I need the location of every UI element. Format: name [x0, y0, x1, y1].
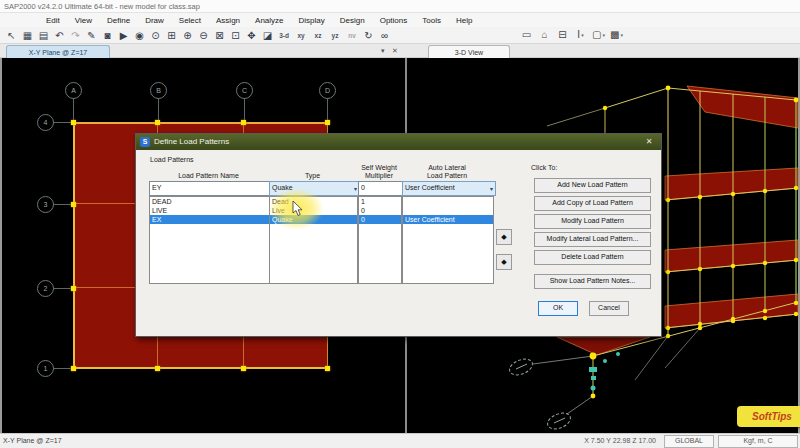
list-item[interactable]: Dead: [270, 197, 357, 206]
list-item[interactable]: DEAD: [150, 197, 269, 206]
self-weight-multiplier-input[interactable]: 0: [358, 181, 404, 196]
header-auto-lateral-2: Load Pattern: [402, 172, 492, 180]
cancel-button[interactable]: Cancel: [589, 301, 629, 316]
grid-bubble-c: C: [236, 82, 253, 99]
dropdown-caret-icon: ▾: [602, 32, 605, 38]
joint-dot[interactable]: [71, 366, 76, 371]
menu-options[interactable]: Options: [379, 16, 409, 25]
joint-dot[interactable]: [71, 120, 76, 125]
save-icon[interactable]: ▦: [21, 29, 34, 42]
view-xz-button[interactable]: xz: [311, 29, 325, 42]
list-item[interactable]: [403, 197, 493, 206]
snap-line-icon[interactable]: ⊙: [149, 29, 162, 42]
print-icon[interactable]: ▤: [37, 29, 50, 42]
sap2000-window: SAP2000 v24.2.0 Ultimate 64-bit - new mo…: [0, 0, 800, 448]
list-item-selected[interactable]: Quake: [270, 215, 357, 224]
load-pattern-name-input[interactable]: EY: [149, 181, 272, 196]
draw-quad-icon[interactable]: ⌂: [538, 28, 551, 41]
coordinate-system-dropdown[interactable]: GLOBAL: [664, 435, 714, 448]
move-down-button[interactable]: ◆: [496, 254, 512, 270]
menu-define[interactable]: Define: [106, 16, 131, 25]
units-dropdown[interactable]: Kgf, m, C: [718, 435, 798, 448]
list-item-selected[interactable]: User Coefficient: [403, 215, 493, 224]
header-load-pattern-name: Load Pattern Name: [149, 172, 268, 180]
load-patterns-group-label: Load Patterns: [150, 156, 194, 163]
ok-button[interactable]: OK: [538, 301, 578, 316]
run-analysis-icon[interactable]: ▶: [117, 29, 130, 42]
undo-icon[interactable]: ↶: [53, 29, 66, 42]
joint-dot[interactable]: [241, 366, 246, 371]
show-options-icon[interactable]: ∞: [378, 29, 391, 42]
frame-section-icon[interactable]: I▾: [574, 28, 587, 41]
list-item[interactable]: 0: [359, 206, 401, 215]
joint-dot[interactable]: [155, 120, 160, 125]
tab-xy-plane[interactable]: X-Y Plane @ Z=17: [6, 45, 110, 59]
load-type-combo[interactable]: Quake▾: [269, 181, 360, 196]
menu-select[interactable]: Select: [178, 16, 202, 25]
delete-load-pattern-button[interactable]: Delete Load Pattern: [534, 250, 651, 265]
joint-dot[interactable]: [325, 120, 330, 125]
view-xy-button[interactable]: xy: [294, 29, 308, 42]
type-list[interactable]: Dead Live Quake: [269, 196, 358, 284]
list-item-selected[interactable]: EX: [150, 215, 269, 224]
zoom-in-icon[interactable]: ⊕: [181, 29, 194, 42]
multiplier-list[interactable]: 1 0 0: [358, 196, 402, 284]
add-copy-of-load-pattern-button[interactable]: Add Copy of Load Pattern: [534, 196, 651, 211]
joint-dot[interactable]: [325, 366, 330, 371]
draw-toolbar: ▭ ⌂ ⊟ I▾ ▢▾ ▩▾: [520, 28, 623, 41]
area-section-icon[interactable]: ▢▾: [592, 28, 605, 41]
zoom-out-icon[interactable]: ⊖: [197, 29, 210, 42]
list-item[interactable]: [403, 206, 493, 215]
show-load-pattern-notes-button[interactable]: Show Load Pattern Notes...: [534, 274, 651, 289]
menu-view[interactable]: View: [74, 16, 93, 25]
menu-assign[interactable]: Assign: [215, 16, 241, 25]
grid-bubble-3d: [507, 356, 572, 432]
menu-edit[interactable]: Edit: [45, 16, 61, 25]
pointer-icon[interactable]: ↖: [5, 29, 18, 42]
menu-help[interactable]: Help: [455, 16, 473, 25]
tab-3d-view[interactable]: 3-D View: [428, 45, 510, 59]
dialog-close-icon[interactable]: ✕: [642, 134, 656, 150]
snap-point-icon[interactable]: ◉: [133, 29, 146, 42]
add-new-load-pattern-button[interactable]: Add New Load Pattern: [534, 178, 651, 193]
joint-dot[interactable]: [71, 286, 76, 291]
move-up-button[interactable]: ◆: [496, 229, 512, 245]
view-nv-button[interactable]: nv: [345, 29, 359, 42]
auto-lateral-combo[interactable]: User Coefficient▾: [402, 181, 496, 196]
joint-dot[interactable]: [155, 366, 160, 371]
view-3d-button[interactable]: 3-d: [277, 29, 291, 42]
list-item[interactable]: Live: [270, 206, 357, 215]
dialog-titlebar[interactable]: S Define Load Patterns ✕: [136, 134, 661, 150]
solid-section-icon[interactable]: ▩▾: [610, 28, 623, 41]
modify-load-pattern-button[interactable]: Modify Load Pattern: [534, 214, 651, 229]
list-item-selected[interactable]: 0: [359, 215, 401, 224]
tab-menu-icon[interactable]: ▾: [381, 47, 385, 55]
list-item[interactable]: 1: [359, 197, 401, 206]
list-item[interactable]: LIVE: [150, 206, 269, 215]
draw-icon[interactable]: ✎: [85, 29, 98, 42]
draw-frame-icon[interactable]: ▭: [520, 28, 533, 41]
rotate-view-icon[interactable]: ↻: [362, 29, 375, 42]
zoom-window-icon[interactable]: ⊞: [165, 29, 178, 42]
view-yz-button[interactable]: yz: [328, 29, 342, 42]
perspective-icon[interactable]: ◪: [261, 29, 274, 42]
menu-tools[interactable]: Tools: [421, 16, 442, 25]
joint-dot[interactable]: [71, 202, 76, 207]
menu-analyze[interactable]: Analyze: [254, 16, 284, 25]
lock-icon[interactable]: ◙: [101, 29, 114, 42]
auto-lateral-list[interactable]: User Coefficient: [402, 196, 494, 284]
menu-design[interactable]: Design: [339, 16, 366, 25]
zoom-previous-icon[interactable]: ⊡: [229, 29, 242, 42]
redo-icon[interactable]: ↷: [69, 29, 82, 42]
draw-grid-icon[interactable]: ⊟: [556, 28, 569, 41]
modify-lateral-load-pattern-button[interactable]: Modify Lateral Load Pattern...: [534, 232, 651, 247]
tab-close-icon[interactable]: ✕: [392, 47, 398, 55]
name-list[interactable]: DEAD LIVE EX: [149, 196, 270, 284]
dropdown-caret-icon: ▾: [620, 32, 623, 38]
status-view-label: X-Y Plane @ Z=17: [3, 437, 62, 444]
pan-icon[interactable]: ✥: [245, 29, 258, 42]
menu-display[interactable]: Display: [298, 16, 326, 25]
menu-draw[interactable]: Draw: [144, 16, 165, 25]
joint-dot[interactable]: [241, 120, 246, 125]
zoom-full-icon[interactable]: ⊠: [213, 29, 226, 42]
